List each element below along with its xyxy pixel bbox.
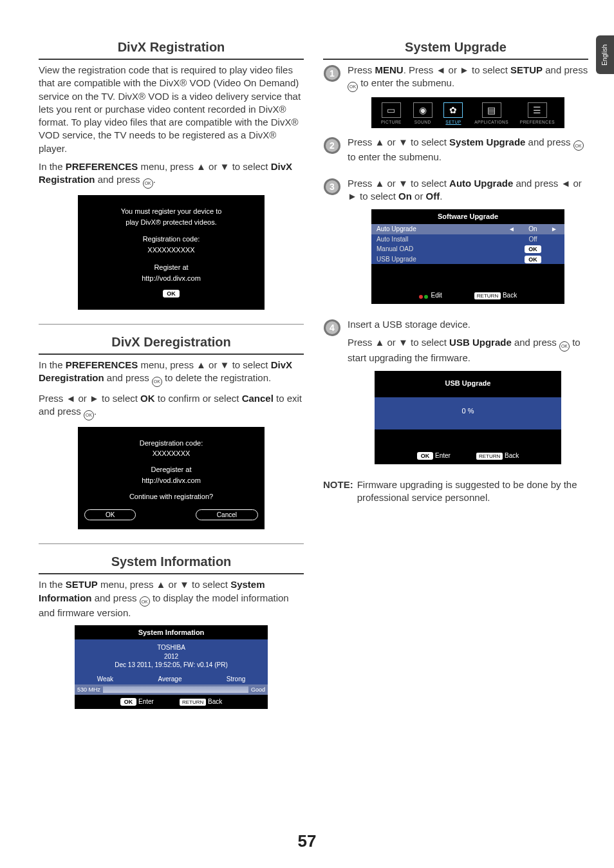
- ok-icon: OK: [152, 377, 162, 387]
- osd-line: http://vod.divx.com: [84, 476, 258, 486]
- usb-upgrade-osd: USB Upgrade 0 % OK Enter RETURN Back: [375, 371, 561, 464]
- usbup-body: 0 %: [375, 397, 561, 430]
- language-tab: English: [596, 35, 614, 74]
- sig-weak: Weak: [97, 675, 113, 684]
- apps-icon: ▤: [482, 102, 501, 118]
- swup-title: Software Upgrade: [371, 209, 564, 224]
- signal-bar: [103, 686, 248, 693]
- dereg-ok-pill: OK: [84, 509, 136, 521]
- ok-icon: OK: [140, 596, 150, 607]
- swup-row: USB UpgradeOK: [371, 254, 564, 265]
- step4b-text: Press ▲ or ▼ to select USB Upgrade and p…: [348, 336, 588, 364]
- dereg-cancel-pill: Cancel: [196, 509, 258, 521]
- return-glyph: RETURN: [476, 453, 503, 460]
- divx-dereg-p2: Press ◄ or ► to select OK to confirm or …: [39, 392, 304, 420]
- sig-strong: Strong: [227, 675, 245, 684]
- ok-icon: OK: [348, 82, 358, 92]
- picture-icon: ▭: [382, 102, 401, 118]
- divx-reg-osd: You must register your device to play Di…: [78, 195, 265, 310]
- ok-glyph: OK: [120, 698, 137, 706]
- prefs-icon: ☰: [528, 102, 547, 118]
- sig-good: Good: [251, 686, 265, 693]
- step3-text: Press ▲ or ▼ to select Auto Upgrade and …: [348, 177, 588, 203]
- note: NOTE: Firmware upgrading is suggested to…: [323, 478, 588, 505]
- ok-icon: OK: [143, 178, 153, 189]
- divx-reg-intro: View the registration code that is requi…: [39, 64, 304, 155]
- sysinfo-title: System Information: [39, 553, 304, 574]
- swup-row: Manual OADOK: [371, 244, 564, 254]
- return-glyph: RETURN: [180, 699, 206, 706]
- divx-dereg-p1: In the PREFERENCES menu, press ▲ or ▼ to…: [39, 359, 304, 387]
- step4a-text: Insert a USB storage device.: [348, 318, 588, 331]
- software-upgrade-osd: Software Upgrade Auto Upgrade◄On► Auto I…: [371, 209, 564, 303]
- step1-text: Press MENU. Press ◄ or ► to select SETUP…: [348, 64, 588, 92]
- sound-icon: ◉: [413, 102, 433, 118]
- osd-line: Register at: [84, 263, 258, 272]
- step-2: 2 Press ▲ or ▼ to select System Upgrade …: [323, 136, 588, 169]
- osd-line: play DivX® protected videos.: [84, 218, 258, 227]
- divx-dereg-osd: Deregistration code: XXXXXXXX Deregister…: [78, 427, 265, 530]
- return-glyph: RETURN: [474, 292, 501, 299]
- sysinfo-brand: TOSHIBA: [77, 643, 265, 652]
- swup-row: Auto Upgrade◄On►: [371, 224, 564, 234]
- setup-icon: ✿: [443, 102, 463, 118]
- osd-line: XXXXXXXX: [84, 449, 258, 458]
- usbup-title: USB Upgrade: [375, 376, 561, 397]
- sig-avg: Average: [158, 675, 181, 684]
- divx-dereg-title: DivX Deregistration: [39, 334, 304, 355]
- osd-line: Deregister at: [84, 465, 258, 475]
- sysinfo-fw: Dec 13 2011, 19:52:05, FW: v0.14 (PR): [77, 661, 265, 670]
- osd-line: XXXXXXXXXX: [84, 245, 258, 255]
- right-column: System Upgrade 1 Press MENU. Press ◄ or …: [323, 39, 588, 714]
- step2-text: Press ▲ or ▼ to select System Upgrade an…: [348, 136, 588, 164]
- sysinfo-year: 2012: [77, 652, 265, 661]
- swup-row: Auto InstallOff: [371, 234, 564, 245]
- osd-line: You must register your device to: [84, 207, 258, 216]
- language-label: English: [600, 44, 609, 66]
- note-text: Firmware upgrading is suggested to be do…: [357, 478, 588, 505]
- page-number: 57: [0, 830, 614, 853]
- sysinfo-osd: System Information TOSHIBA 2012 Dec 13 2…: [75, 625, 268, 709]
- ok-icon: OK: [573, 140, 584, 151]
- step-3: 3 Press ▲ or ▼ to select Auto Upgrade an…: [323, 177, 588, 310]
- step-1: 1 Press MENU. Press ◄ or ► to select SET…: [323, 64, 588, 128]
- ok-button-glyph: OK: [163, 290, 180, 297]
- sig-freq: 530 MHz: [77, 686, 100, 693]
- divx-reg-title: DivX Registration: [39, 39, 304, 60]
- osd-line: Continue with registration?: [84, 492, 258, 502]
- osd-line: http://vod.divx.com: [84, 274, 258, 283]
- sysinfo-osd-title: System Information: [75, 625, 268, 640]
- color-dots-icon: [419, 292, 429, 301]
- ok-glyph: OK: [417, 452, 434, 460]
- sysinfo-p: In the SETUP menu, press ▲ or ▼ to selec…: [39, 578, 304, 619]
- ok-icon: OK: [84, 410, 94, 420]
- divx-reg-instr: In the PREFERENCES menu, press ▲ or ▼ to…: [39, 160, 304, 189]
- setup-menubar: ▭PICTURE ◉SOUND ✿SETUP ▤APPLICATIONS ☰PR…: [371, 97, 564, 128]
- osd-line: Deregistration code:: [84, 439, 258, 448]
- osd-line: Registration code:: [84, 234, 258, 244]
- left-column: DivX Registration View the registration …: [39, 39, 304, 714]
- ok-icon: OK: [559, 341, 570, 352]
- note-label: NOTE:: [323, 478, 353, 505]
- sysupgrade-title: System Upgrade: [323, 39, 588, 60]
- step-4: 4 Insert a USB storage device. Press ▲ o…: [323, 318, 588, 471]
